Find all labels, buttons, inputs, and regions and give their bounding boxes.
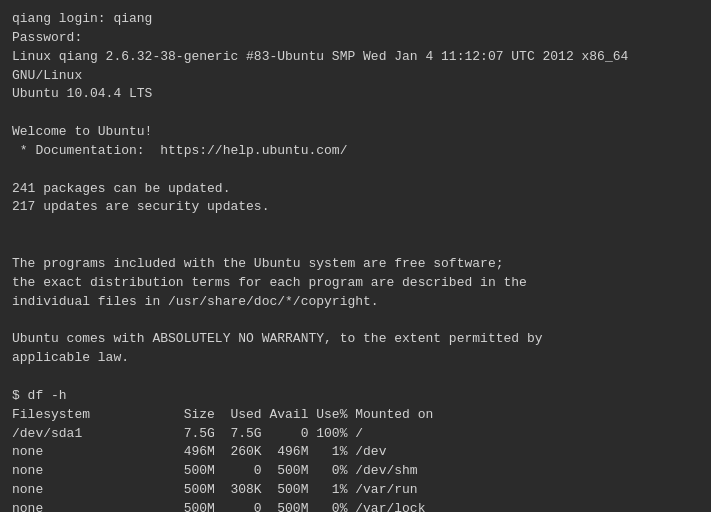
terminal-window[interactable]: qiang login: qiangPassword:Linux qiang 2… <box>0 0 711 512</box>
terminal-line: individual files in /usr/share/doc/*/cop… <box>12 293 699 312</box>
terminal-line: Password: <box>12 29 699 48</box>
terminal-line <box>12 104 699 123</box>
terminal-line <box>12 236 699 255</box>
terminal-line: the exact distribution terms for each pr… <box>12 274 699 293</box>
terminal-line <box>12 368 699 387</box>
terminal-line: Filesystem Size Used Avail Use% Mounted … <box>12 406 699 425</box>
terminal-line: * Documentation: https://help.ubuntu.com… <box>12 142 699 161</box>
terminal-line: none 496M 260K 496M 1% /dev <box>12 443 699 462</box>
terminal-line: none 500M 308K 500M 1% /var/run <box>12 481 699 500</box>
terminal-line: 217 updates are security updates. <box>12 198 699 217</box>
terminal-line: Ubuntu comes with ABSOLUTELY NO WARRANTY… <box>12 330 699 349</box>
terminal-line <box>12 161 699 180</box>
terminal-line: Linux qiang 2.6.32-38-generic #83-Ubuntu… <box>12 48 699 67</box>
terminal-line: none 500M 0 500M 0% /var/lock <box>12 500 699 512</box>
terminal-line <box>12 312 699 331</box>
terminal-line: applicable law. <box>12 349 699 368</box>
terminal-line: GNU/Linux <box>12 67 699 86</box>
terminal-line: 241 packages can be updated. <box>12 180 699 199</box>
terminal-line <box>12 217 699 236</box>
terminal-line: qiang login: qiang <box>12 10 699 29</box>
terminal-line: none 500M 0 500M 0% /dev/shm <box>12 462 699 481</box>
terminal-line: The programs included with the Ubuntu sy… <box>12 255 699 274</box>
terminal-line: Ubuntu 10.04.4 LTS <box>12 85 699 104</box>
terminal-line: /dev/sda1 7.5G 7.5G 0 100% / <box>12 425 699 444</box>
terminal-line: Welcome to Ubuntu! <box>12 123 699 142</box>
terminal-line: $ df -h <box>12 387 699 406</box>
